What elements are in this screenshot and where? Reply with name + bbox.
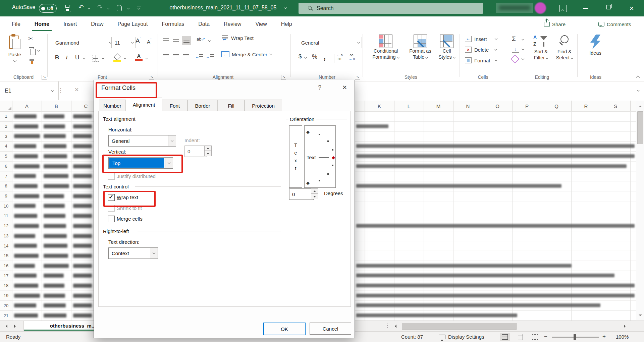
row-header-19[interactable]: 19 [0, 291, 12, 301]
row-header-21[interactable]: 21 [0, 310, 12, 321]
name-box[interactable]: E1 [0, 81, 59, 100]
tab-review[interactable]: Review [217, 16, 248, 32]
row-header-13[interactable]: 13 [0, 231, 12, 241]
number-format-combo[interactable]: General [298, 37, 362, 48]
horizontal-dropdown-icon[interactable] [168, 135, 176, 146]
degrees-spin-up-icon[interactable] [311, 188, 318, 194]
tab-scroll-splitter-icon[interactable]: ⋮ [385, 323, 390, 329]
dialog-tab-number[interactable]: Number [99, 100, 126, 112]
zoom-level[interactable]: 100% [616, 334, 629, 340]
fill-color-icon[interactable] [113, 54, 121, 62]
tab-draw[interactable]: Draw [84, 16, 110, 32]
orientation-icon[interactable]: ab↗ [197, 37, 205, 42]
dialog-tab-font[interactable]: Font [162, 100, 187, 112]
font-name-combo[interactable]: Garamond [52, 37, 114, 48]
degrees-input[interactable]: 0 [289, 188, 314, 200]
italic-icon[interactable]: I [66, 54, 68, 61]
expand-formula-bar-icon[interactable] [637, 89, 640, 91]
row-header-1[interactable]: 1 [0, 111, 12, 121]
tab-help[interactable]: Help [274, 16, 299, 32]
zoom-out-icon[interactable]: − [544, 333, 547, 340]
touch-mode-icon[interactable] [117, 5, 122, 11]
touch-mode-dropdown-icon[interactable] [127, 6, 130, 9]
sheet-nav-left-icon[interactable] [4, 325, 7, 328]
cut-icon[interactable]: ✂ [28, 35, 33, 42]
row-header-15[interactable]: 15 [0, 251, 12, 261]
clear-icon[interactable] [511, 55, 519, 63]
comments-button[interactable]: Comments [598, 16, 631, 32]
sheet-nav-right-icon[interactable] [14, 325, 17, 328]
row-header-20[interactable]: 20 [0, 300, 12, 310]
hscroll-left-icon[interactable] [393, 325, 396, 328]
borders-dropdown-icon[interactable] [102, 56, 104, 59]
align-bottom-icon[interactable] [182, 36, 191, 45]
customize-qat-icon[interactable] [137, 6, 141, 6]
currency-icon[interactable]: $ [299, 53, 302, 60]
view-page-break-icon[interactable] [530, 333, 540, 341]
cell-styles-button[interactable]: CellStyles [435, 35, 458, 60]
delete-cells-button[interactable]: ✕ Delete [465, 47, 497, 53]
tab-page-layout[interactable]: Page Layout [111, 16, 155, 32]
align-center-icon[interactable] [173, 54, 179, 58]
zoom-slider-thumb[interactable] [574, 334, 576, 340]
ok-button[interactable]: OK [263, 323, 306, 335]
row-header-17[interactable]: 17 [0, 271, 12, 281]
ideas-button[interactable]: Ideas [584, 35, 607, 56]
font-dialog-launcher-icon[interactable]: ↘ [149, 75, 154, 80]
horizontal-dropdown[interactable]: General [108, 135, 176, 147]
name-box-splitter-icon[interactable]: ⋮ [58, 87, 63, 94]
tab-file[interactable]: File [5, 16, 28, 32]
format-as-table-button[interactable]: Format asTable [406, 35, 435, 60]
row-header-3[interactable]: 3 [0, 131, 12, 141]
alignment-dialog-launcher-icon[interactable]: ↘ [281, 75, 286, 80]
fill-icon[interactable]: ↓ [512, 46, 519, 53]
fill-dropdown-icon[interactable] [522, 47, 524, 50]
indent-spinner[interactable] [204, 146, 212, 156]
search-input[interactable]: Search [299, 3, 483, 14]
horizontal-scrollbar-thumb[interactable] [402, 323, 517, 330]
view-normal-icon[interactable] [500, 333, 510, 341]
undo-icon[interactable]: ↶ [78, 3, 84, 11]
tab-insert[interactable]: Insert [56, 16, 84, 32]
font-color-icon[interactable]: A [135, 53, 143, 62]
customize-qat-chevron-icon[interactable] [138, 7, 140, 9]
orientation-dropdown-icon[interactable] [208, 39, 211, 42]
row-header-5[interactable]: 5 [0, 151, 12, 161]
orientation-handle[interactable]: ◆ [306, 181, 310, 185]
row-header-8[interactable]: 8 [0, 181, 12, 191]
dialog-tab-border[interactable]: Border [187, 100, 218, 112]
vertical-scrollbar[interactable] [636, 101, 644, 321]
avatar[interactable] [535, 2, 546, 14]
display-settings-label[interactable]: Display Settings [448, 334, 484, 340]
minimize-button[interactable] [583, 8, 588, 9]
align-right-icon[interactable] [183, 54, 189, 58]
row-header-9[interactable]: 9 [0, 191, 12, 201]
tab-formulas[interactable]: Formulas [155, 16, 191, 32]
font-color-dropdown-icon[interactable] [145, 56, 148, 59]
tab-view[interactable]: View [248, 16, 274, 32]
clipboard-dialog-launcher-icon[interactable]: ↘ [42, 75, 47, 80]
align-top-icon[interactable] [163, 38, 169, 41]
dialog-tab-protection[interactable]: Protection [245, 100, 282, 112]
collapse-ribbon-icon[interactable] [636, 75, 640, 79]
paste-button[interactable]: Paste [4, 34, 25, 70]
font-size-combo[interactable]: 11 [111, 37, 136, 48]
orientation-handle-selected[interactable]: ◆ [332, 155, 335, 160]
insert-cells-button[interactable]: ⇤ Insert [465, 36, 497, 42]
view-page-layout-icon[interactable] [515, 333, 525, 341]
shrink-font-icon[interactable]: Aˇ [147, 39, 151, 45]
cancel-button[interactable]: Cancel [310, 323, 351, 335]
clear-dropdown-icon[interactable] [522, 57, 524, 60]
close-button[interactable]: ✕ [629, 5, 634, 12]
orientation-handle[interactable]: ◆ [306, 130, 310, 134]
wrap-text-button[interactable]: ↩ Wrap Text [222, 35, 254, 41]
document-title[interactable]: otherbusiness_main_2021_11_11_07_58_05 [164, 5, 282, 11]
increase-indent-icon[interactable]: → [206, 53, 214, 59]
grid-right[interactable] [354, 111, 636, 321]
decrease-decimal-icon[interactable]: .00→.0 [349, 53, 355, 61]
indent-spin-up-icon[interactable] [204, 146, 212, 151]
undo-dropdown-icon[interactable] [88, 6, 90, 9]
bold-icon[interactable]: B [55, 54, 59, 61]
degrees-spin-down-icon[interactable] [311, 194, 318, 199]
zoom-slider[interactable] [552, 337, 599, 338]
